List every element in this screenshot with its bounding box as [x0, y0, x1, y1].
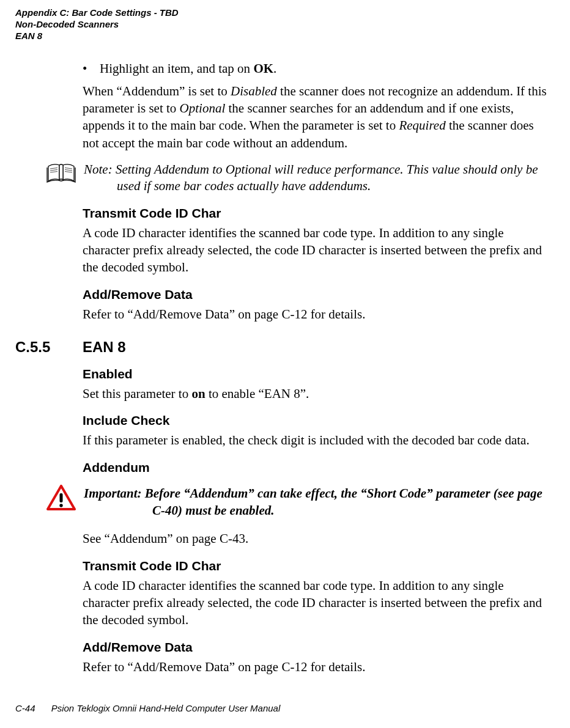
warning-icon	[40, 485, 83, 512]
para-term-optional: Optional	[180, 101, 226, 116]
manual-title: Psion Teklogix Omnii Hand-Held Computer …	[51, 703, 281, 713]
note-block: Note: Setting Addendum to Optional will …	[40, 161, 550, 195]
section-title: EAN 8	[83, 339, 126, 356]
svg-rect-6	[60, 493, 63, 502]
book-icon	[40, 161, 83, 183]
heading-add-remove-data: Add/Remove Data	[83, 287, 550, 302]
note-text: Note: Setting Addendum to Optional will …	[83, 161, 550, 195]
important-line: Important: Before “Addendum” can take ef…	[84, 485, 550, 520]
bullet-text-bold: OK	[253, 61, 273, 76]
para-term-disabled: Disabled	[231, 84, 277, 98]
header-line-1: Appendix C: Bar Code Settings - TBD	[15, 7, 555, 19]
important-block: Important: Before “Addendum” can take ef…	[40, 485, 550, 520]
para-term-required: Required	[399, 118, 445, 133]
bullet-text-pre: Highlight an item, and tap on	[100, 61, 253, 76]
paragraph-enabled: Set this parameter to on to enable “EAN …	[83, 385, 550, 402]
para-bold-on: on	[191, 386, 205, 401]
bullet-list: Highlight an item, and tap on OK.	[83, 60, 550, 77]
bullet-text-post: .	[273, 61, 276, 76]
note-line: Note: Setting Addendum to Optional will …	[84, 161, 550, 195]
header-line-3: EAN 8	[15, 31, 555, 42]
heading-transmit-code-id-char: Transmit Code ID Char	[83, 206, 550, 221]
header-line-2: Non-Decoded Scanners	[15, 19, 555, 31]
paragraph-include-check: If this parameter is enabled, the check …	[83, 432, 550, 449]
paragraph-see-addendum: See “Addendum” on page C-43.	[83, 530, 550, 547]
paragraph-transmit-code-id-char: A code ID character identifies the scann…	[83, 224, 550, 276]
page: Appendix C: Bar Code Settings - TBD Non-…	[0, 0, 570, 728]
para-span: to enable “EAN 8”.	[205, 386, 309, 401]
content-area: Highlight an item, and tap on OK. When “…	[83, 60, 550, 675]
heading-add-remove-data-2: Add/Remove Data	[83, 640, 550, 655]
important-text: Important: Before “Addendum” can take ef…	[83, 485, 550, 520]
section-heading-row: C.5.5 EAN 8	[83, 339, 550, 356]
paragraph-add-remove-data: Refer to “Add/Remove Data” on page C-12 …	[83, 306, 550, 323]
heading-addendum: Addendum	[83, 460, 550, 475]
addendum-behavior-paragraph: When “Addendum” is set to Disabled the s…	[83, 83, 550, 152]
section-number: C.5.5	[15, 339, 83, 356]
svg-point-7	[59, 504, 62, 507]
bullet-item: Highlight an item, and tap on OK.	[83, 60, 550, 77]
page-footer: C-44 Psion Teklogix Omnii Hand-Held Comp…	[15, 703, 280, 713]
running-header: Appendix C: Bar Code Settings - TBD Non-…	[15, 7, 555, 42]
heading-include-check: Include Check	[83, 413, 550, 428]
para-span: Set this parameter to	[83, 386, 191, 401]
heading-enabled: Enabled	[83, 367, 550, 381]
heading-transmit-code-id-char-2: Transmit Code ID Char	[83, 559, 550, 573]
para-span: When “Addendum” is set to	[83, 84, 231, 98]
page-number: C-44	[15, 703, 35, 713]
paragraph-add-remove-data-2: Refer to “Add/Remove Data” on page C-12 …	[83, 658, 550, 675]
paragraph-transmit-code-id-char-2: A code ID character identifies the scann…	[83, 577, 550, 629]
